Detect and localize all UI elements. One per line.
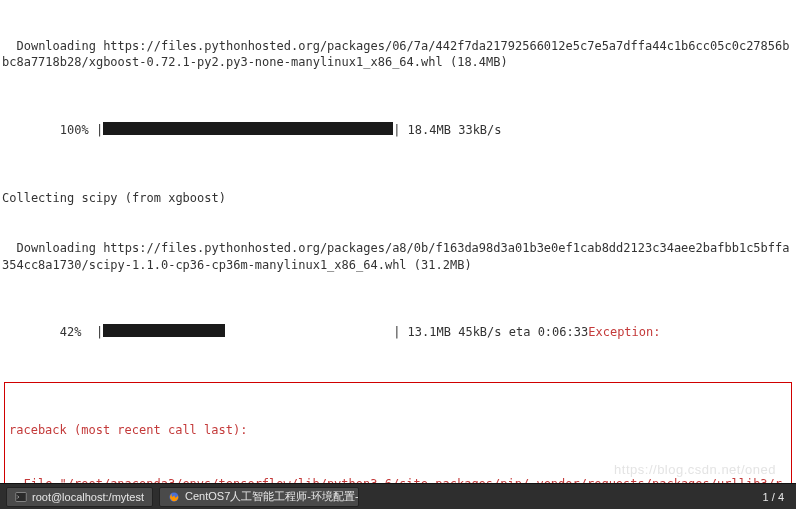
progress-info-1: | 18.4MB 33kB/s bbox=[393, 123, 501, 137]
download-line-scipy: Downloading https://files.pythonhosted.o… bbox=[2, 240, 794, 274]
progress-percent-2: 42% | bbox=[31, 326, 103, 340]
progress-line-1: 100% || 18.4MB 33kB/s bbox=[2, 105, 794, 156]
progress-bar-2 bbox=[103, 324, 393, 342]
taskbar: root@localhost:/mytest CentOS7人工智能工程师-环境… bbox=[0, 483, 796, 509]
exception-label: Exception: bbox=[588, 326, 660, 340]
taskbar-item-label: root@localhost:/mytest bbox=[32, 491, 144, 503]
taskbar-item-firefox[interactable]: CentOS7人工智能工程师-环境配置-... bbox=[159, 487, 359, 507]
collecting-line: Collecting scipy (from xgboost) bbox=[2, 190, 794, 207]
svg-rect-0 bbox=[16, 492, 27, 501]
download-line-xgboost: Downloading https://files.pythonhosted.o… bbox=[2, 38, 794, 72]
taskbar-item-label: CentOS7人工智能工程师-环境配置-... bbox=[185, 489, 359, 504]
traceback-header: raceback (most recent call last): bbox=[9, 421, 787, 439]
page-counter: 1 / 4 bbox=[757, 491, 790, 503]
firefox-icon bbox=[168, 491, 180, 503]
taskbar-item-terminal[interactable]: root@localhost:/mytest bbox=[6, 487, 153, 507]
progress-bar-1 bbox=[103, 122, 393, 140]
progress-info-2: | 13.1MB 45kB/s eta 0:06:33 bbox=[393, 326, 588, 340]
terminal-output: Downloading https://files.pythonhosted.o… bbox=[0, 0, 796, 380]
progress-line-2: 42% || 13.1MB 45kB/s eta 0:06:33Exceptio… bbox=[2, 307, 794, 358]
progress-percent-1: 100% | bbox=[31, 123, 103, 137]
terminal-icon bbox=[15, 491, 27, 503]
